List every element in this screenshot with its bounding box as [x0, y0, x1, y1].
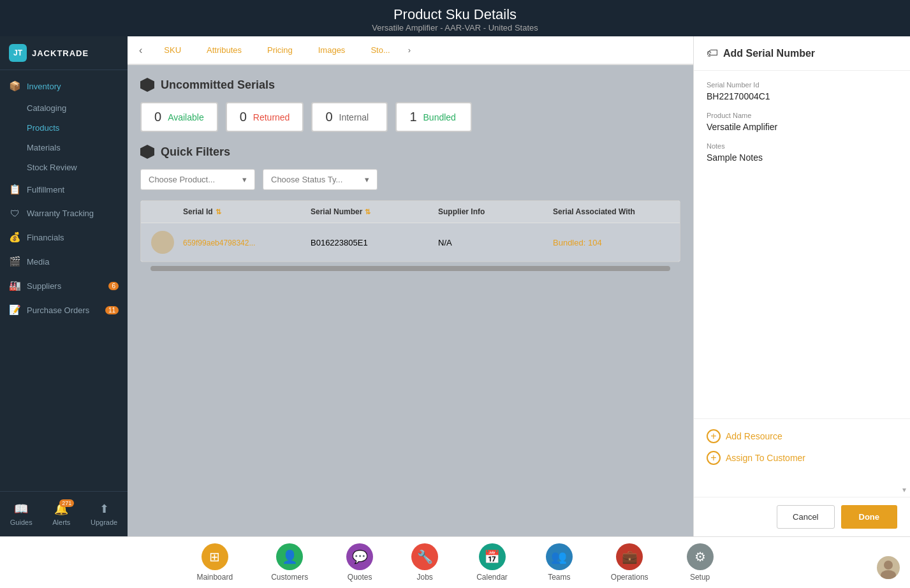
sidebar-item-financials[interactable]: 💰 Financials [0, 225, 128, 249]
inventory-icon: 📦 [9, 80, 20, 92]
tab-sku[interactable]: SKU [151, 36, 194, 65]
sidebar-label-media: Media [27, 257, 49, 267]
nav-mainboard[interactable]: ⊞ Mainboard [177, 537, 252, 588]
serial-number-sort-icon[interactable]: ⇅ [365, 208, 371, 216]
table-scrollbar[interactable] [140, 262, 680, 275]
jobs-icon: 🔧 [411, 543, 438, 570]
content-scroll: Uncommitted Serials 0 Available 0 Return… [128, 65, 693, 536]
right-panel-title: Add Serial Number [723, 48, 815, 59]
mainboard-icon: ⊞ [202, 543, 228, 570]
serial-id-sort-icon[interactable]: ⇅ [216, 208, 221, 216]
status-card-bundled: 1 Bundled [395, 102, 472, 132]
sidebar-item-media[interactable]: 🎬 Media [0, 249, 128, 274]
sidebar-logo: JT JACKTRADE [0, 36, 128, 70]
sidebar-item-products[interactable]: Products [0, 118, 128, 138]
teams-icon: 👥 [546, 543, 573, 570]
row-serial-number: B016223805E1 [311, 238, 438, 247]
operations-label: Operations [611, 573, 649, 582]
tab-attributes[interactable]: Attributes [194, 36, 254, 65]
right-panel: 🏷 Add Serial Number Serial Number Id BH2… [693, 36, 910, 536]
nav-setup[interactable]: ⚙ Setup [668, 537, 733, 588]
row-serial-id: 659f99aeb4798342... [183, 238, 311, 247]
returned-label: Returned [253, 112, 290, 122]
nav-quotes[interactable]: 💬 Quotes [327, 537, 392, 588]
table-header: Serial Id ⇅ Serial Number ⇅ Supplier Inf… [141, 201, 680, 223]
sidebar-item-stock-review[interactable]: Stock Review [0, 158, 128, 177]
col-associated-with: Serial Associated With [553, 207, 680, 216]
col-serial-number: Serial Number ⇅ [311, 207, 438, 216]
product-filter-chevron: ▾ [242, 175, 247, 184]
sidebar-item-purchase-orders[interactable]: 📝 Purchase Orders 11 [0, 298, 128, 322]
add-resource-plus-icon: + [707, 429, 721, 443]
guides-icon: 📖 [14, 502, 28, 516]
sidebar-item-fulfillment[interactable]: 📋 Fulfillment [0, 177, 128, 202]
serial-id-link[interactable]: 659f99aeb4798342... [183, 239, 255, 247]
sidebar-item-inventory[interactable]: 📦 Inventory [0, 74, 128, 98]
warranty-icon: 🛡 [9, 208, 20, 219]
done-button[interactable]: Done [841, 505, 898, 529]
sidebar-alerts-button[interactable]: 🔔 271 Alerts [47, 498, 75, 530]
sidebar-bottom: 📖 Guides 🔔 271 Alerts ⬆ Upgrade [0, 491, 128, 536]
tab-stock[interactable]: Sto... [358, 36, 402, 65]
sidebar-nav: 📦 Inventory Cataloging Products Material… [0, 70, 128, 491]
add-resource-label: Add Resource [726, 431, 782, 441]
media-icon: 🎬 [9, 256, 20, 267]
serials-table: Serial Id ⇅ Serial Number ⇅ Supplier Inf… [140, 200, 680, 262]
product-filter-label: Choose Product... [149, 175, 215, 184]
quick-filters-section: Quick Filters Choose Product... ▾ Choose… [140, 145, 680, 190]
sidebar-label-suppliers: Suppliers [27, 281, 61, 291]
status-filter-label: Choose Status Ty... [271, 175, 342, 184]
user-avatar[interactable] [877, 556, 900, 579]
tab-pricing[interactable]: Pricing [254, 36, 305, 65]
internal-label: Internal [339, 112, 369, 122]
nav-customers[interactable]: 👤 Customers [252, 537, 327, 588]
bundled-label: Bundled [423, 112, 456, 122]
sidebar-label-purchase-orders: Purchase Orders [27, 305, 89, 315]
section2-title: Quick Filters [161, 145, 230, 159]
product-filter[interactable]: Choose Product... ▾ [140, 169, 255, 190]
sidebar-item-warranty-tracking[interactable]: 🛡 Warranty Tracking [0, 202, 128, 225]
available-label: Available [168, 112, 204, 122]
scrollbar-track[interactable] [150, 266, 670, 271]
field-notes: Notes Sample Notes [707, 142, 897, 163]
assign-to-customer-button[interactable]: + Assign To Customer [707, 451, 897, 465]
fulfillment-icon: 📋 [9, 184, 20, 195]
tab-expand-button[interactable]: › [403, 36, 416, 64]
right-panel-body: Serial Number Id BH22170004C1 Product Na… [694, 71, 910, 418]
calendar-icon: 📅 [479, 543, 506, 570]
page-subtitle: Versatile Amplifier - AAR-VAR - United S… [0, 23, 910, 33]
field-label-serial-number-id: Serial Number Id [707, 81, 897, 89]
status-filter[interactable]: Choose Status Ty... ▾ [263, 169, 378, 190]
field-product-name: Product Name Versatile Amplifier [707, 112, 897, 132]
financials-icon: 💰 [9, 232, 20, 243]
returned-count: 0 [240, 110, 247, 124]
row-supplier-info: N/A [438, 238, 553, 247]
right-panel-actions: + Add Resource + Assign To Customer [694, 418, 910, 483]
quotes-label: Quotes [348, 573, 372, 582]
bottom-nav: ⊞ Mainboard 👤 Customers 💬 Quotes 🔧 Jobs … [0, 536, 910, 588]
row-avatar [151, 231, 174, 254]
nav-jobs[interactable]: 🔧 Jobs [392, 537, 457, 588]
quick-filters-header: Quick Filters [140, 145, 680, 159]
sidebar-item-cataloging[interactable]: Cataloging [0, 98, 128, 118]
purchase-orders-badge: 11 [105, 306, 119, 314]
sidebar-label-inventory: Inventory [27, 82, 61, 91]
back-button[interactable]: ‹ [134, 40, 147, 61]
sidebar-item-materials[interactable]: Materials [0, 138, 128, 158]
cancel-button[interactable]: Cancel [777, 505, 834, 529]
col-avatar [151, 207, 183, 216]
sidebar-item-suppliers[interactable]: 🏭 Suppliers 6 [0, 274, 128, 298]
field-serial-number-id: Serial Number Id BH22170004C1 [707, 81, 897, 101]
bundled-link[interactable]: Bundled: 104 [553, 238, 602, 247]
panel-scroll-indicator: ▾ [694, 483, 910, 497]
tab-images[interactable]: Images [305, 36, 358, 65]
section1-hex-icon [140, 78, 154, 92]
sidebar: JT JACKTRADE 📦 Inventory Cataloging Prod… [0, 36, 128, 536]
nav-teams[interactable]: 👥 Teams [527, 537, 592, 588]
sidebar-upgrade-button[interactable]: ⬆ Upgrade [85, 498, 122, 530]
nav-calendar[interactable]: 📅 Calendar [457, 537, 527, 588]
add-resource-button[interactable]: + Add Resource [707, 429, 897, 443]
nav-operations[interactable]: 💼 Operations [592, 537, 668, 588]
sidebar-guides-button[interactable]: 📖 Guides [5, 498, 38, 530]
table-row: 659f99aeb4798342... B016223805E1 N/A Bun… [141, 223, 680, 261]
